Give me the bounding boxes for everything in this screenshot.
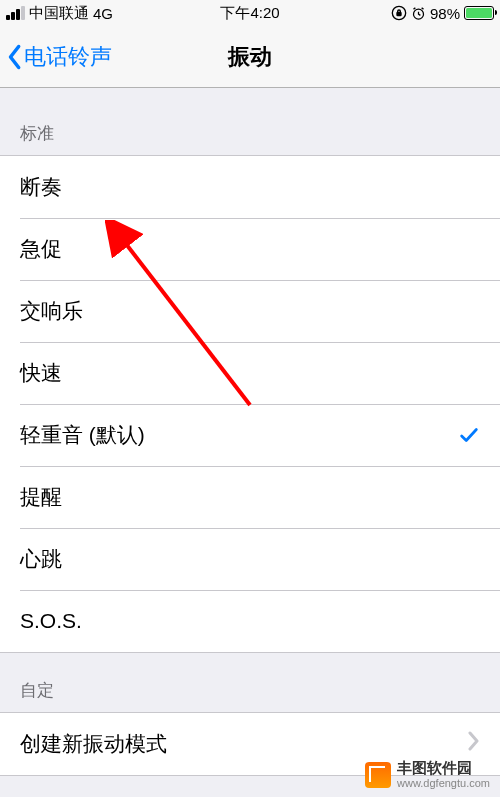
check-icon — [458, 424, 480, 446]
status-right: 98% — [391, 5, 494, 22]
list-item-label: 创建新振动模式 — [20, 730, 167, 758]
list-item-label: 提醒 — [20, 483, 62, 511]
list-item-label: 断奏 — [20, 173, 62, 201]
list-item[interactable]: 心跳 — [0, 528, 500, 590]
status-bar: 中国联通 4G 下午4:20 98% — [0, 0, 500, 26]
signal-icon — [6, 6, 25, 20]
chevron-right-icon — [468, 731, 480, 757]
list-item-label: S.O.S. — [20, 609, 82, 633]
standard-list: 断奏 急促 交响乐 快速 轻重音 (默认) 提醒 心跳 S.O.S. — [0, 155, 500, 653]
svg-rect-1 — [397, 12, 401, 15]
alarm-icon — [411, 6, 426, 21]
carrier-label: 中国联通 — [29, 4, 89, 23]
watermark-logo-icon — [365, 762, 391, 788]
list-item[interactable]: 快速 — [0, 342, 500, 404]
nav-bar: 电话铃声 振动 — [0, 26, 500, 88]
status-left: 中国联通 4G — [6, 4, 113, 23]
rotation-lock-icon — [391, 5, 407, 21]
list-item[interactable]: 轻重音 (默认) — [0, 404, 500, 466]
network-label: 4G — [93, 5, 113, 22]
list-item-label: 心跳 — [20, 545, 62, 573]
list-item-label: 轻重音 (默认) — [20, 421, 145, 449]
battery-icon — [464, 6, 494, 20]
section-header-standard: 标准 — [0, 88, 500, 155]
watermark: 丰图软件园 www.dgfengtu.com — [365, 758, 494, 791]
battery-percent: 98% — [430, 5, 460, 22]
back-button[interactable]: 电话铃声 — [0, 42, 112, 72]
clock: 下午4:20 — [220, 4, 279, 23]
list-item-label: 交响乐 — [20, 297, 83, 325]
list-item[interactable]: 提醒 — [0, 466, 500, 528]
watermark-title: 丰图软件园 — [397, 760, 490, 777]
list-item[interactable]: 断奏 — [0, 156, 500, 218]
section-header-custom: 自定 — [0, 653, 500, 712]
list-item-label: 急促 — [20, 235, 62, 263]
page-title: 振动 — [228, 42, 272, 72]
back-label: 电话铃声 — [24, 42, 112, 72]
chevron-left-icon — [6, 43, 22, 71]
watermark-url: www.dgfengtu.com — [397, 777, 490, 789]
list-item[interactable]: S.O.S. — [0, 590, 500, 652]
list-item-label: 快速 — [20, 359, 62, 387]
list-item[interactable]: 急促 — [0, 218, 500, 280]
list-item[interactable]: 交响乐 — [0, 280, 500, 342]
